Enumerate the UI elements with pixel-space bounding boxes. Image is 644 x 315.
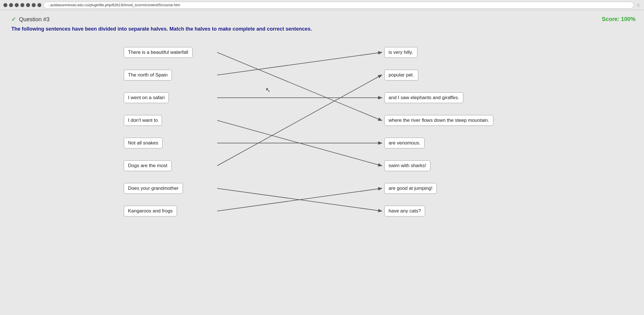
right-phrase-8[interactable]: have any cats? [384,206,425,216]
list-item[interactable]: swim with sharks! [384,154,520,177]
left-phrase-8[interactable]: Kangaroos and frogs [124,206,177,216]
url-text: ...auldasunminuto.edu.co/pluginfile.php/… [47,3,180,7]
dot-2 [9,3,13,7]
right-phrase-1[interactable]: is very hilly. [384,47,417,58]
svg-line-6 [217,188,381,211]
list-item[interactable]: I don't want to [124,109,220,132]
dot-4 [20,3,24,7]
right-phrase-5[interactable]: are venomous. [384,138,425,148]
list-item[interactable]: Dogs are the most [124,154,220,177]
url-bar[interactable]: ...auldasunminuto.edu.co/pluginfile.php/… [44,2,634,8]
dot-1 [3,3,7,7]
right-phrase-4[interactable]: where the river flows down the steep mou… [384,115,493,126]
page-content: Score: 100% ✓ Question #3 The following … [0,10,644,315]
left-column: There is a beautiful waterfall The north… [124,41,220,222]
connection-lines [217,41,384,228]
list-item[interactable]: There is a beautiful waterfall [124,41,220,64]
right-phrase-6[interactable]: swim with sharks! [384,160,430,171]
left-phrase-5[interactable]: Not all snakes [124,138,163,148]
svg-line-0 [217,52,381,120]
dot-7 [37,3,41,7]
list-item[interactable]: popular pet. [384,64,520,86]
list-item[interactable]: is very hilly. [384,41,520,64]
dot-5 [26,3,30,7]
list-item[interactable]: Does your grandmother [124,177,220,200]
left-phrase-4[interactable]: I don't want to [124,115,162,126]
matching-container: ↖ There is a beautiful waterfall The nor… [124,41,520,222]
window-controls [3,3,41,7]
list-item[interactable]: Kangaroos and frogs [124,200,220,222]
list-item[interactable]: are venomous. [384,132,520,154]
left-phrase-1[interactable]: There is a beautiful waterfall [124,47,193,58]
list-item[interactable]: and I saw elephants and giraffes. [384,86,520,109]
columns-wrapper: There is a beautiful waterfall The north… [124,41,520,222]
question-title: Question #3 [19,16,50,23]
list-item[interactable]: are good at jumping! [384,177,520,200]
right-phrase-2[interactable]: popular pet. [384,70,418,80]
browser-bar: ...auldasunminuto.edu.co/pluginfile.php/… [0,0,644,10]
left-phrase-6[interactable]: Dogs are the most [124,160,172,171]
svg-line-3 [217,120,381,166]
list-item[interactable]: Not all snakes [124,132,220,154]
left-phrase-3[interactable]: I went on a safari [124,92,169,103]
bookmark-icon[interactable]: ☆ [636,2,641,8]
instructions: The following sentences have been divide… [11,25,408,33]
list-item[interactable]: I went on a safari [124,86,220,109]
list-item[interactable]: have any cats? [384,200,520,222]
right-phrase-7[interactable]: are good at jumping! [384,183,437,194]
check-icon: ✓ [11,16,16,23]
list-item[interactable]: The north of Spain [124,64,220,86]
svg-line-5 [217,75,381,166]
right-column: is very hilly. popular pet. and I saw el… [384,41,520,222]
left-phrase-7[interactable]: Does your grandmother [124,183,183,194]
left-phrase-2[interactable]: The north of Spain [124,70,172,80]
svg-line-7 [217,188,381,211]
dot-6 [32,3,36,7]
list-item[interactable]: where the river flows down the steep mou… [384,109,520,132]
svg-line-1 [217,52,381,75]
score-display: Score: 100% [602,16,636,22]
right-phrase-3[interactable]: and I saw elephants and giraffes. [384,92,463,103]
dot-3 [15,3,19,7]
question-header: ✓ Question #3 [11,16,633,23]
